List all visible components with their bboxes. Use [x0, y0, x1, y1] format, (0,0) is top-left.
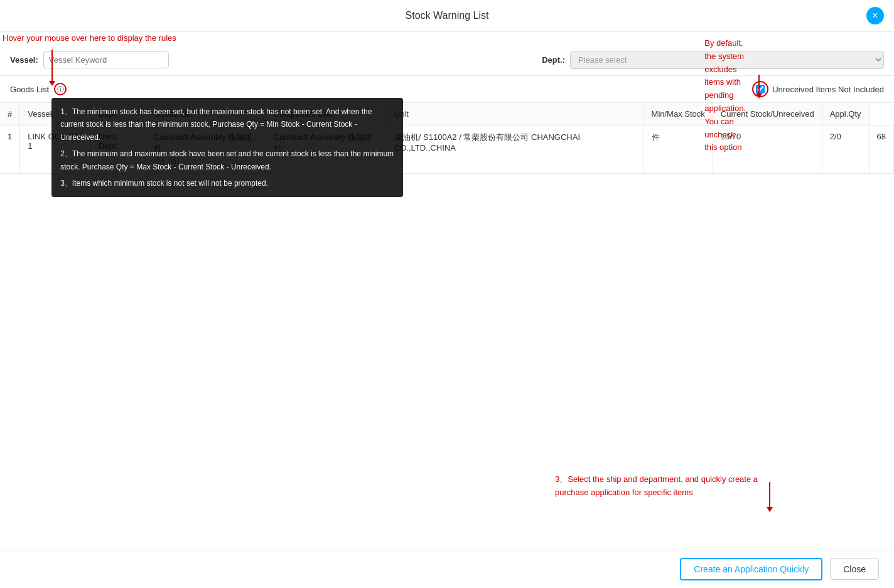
info-icon[interactable]: ⓘ [54, 83, 67, 95]
col-appl-qty: Appl.Qty [822, 103, 869, 126]
create-application-button[interactable]: Create an Application Quickly [680, 558, 822, 580]
vessel-filter-group: Vessel: [10, 51, 169, 68]
vessel-label: Vessel: [10, 55, 38, 65]
cell-unit: 件 [644, 126, 713, 174]
modal-container: Stock Warning List × Hover your mouse ov… [0, 0, 894, 588]
info-tooltip-container[interactable]: ⓘ 1、The minimum stock has been set, but … [51, 83, 67, 95]
cell-supplier: 柴油机/ S1100A2 / 常柴股份有限公司 CHANGCHAI CO.,LT… [386, 126, 644, 174]
tooltip-line-1: 1、The minimum stock has been set, but th… [60, 105, 394, 144]
cell-current-unreceived: 2/0 [822, 126, 869, 174]
filter-row: Hover your mouse over here to display th… [0, 32, 894, 76]
create-arrow [767, 482, 773, 512]
vessel-input[interactable] [43, 51, 169, 68]
goods-list-row: Goods List ⓘ 1、The minimum stock has bee… [0, 76, 894, 103]
checkbox-arrow [756, 75, 762, 99]
cell-appl-qty: 68 [869, 126, 894, 174]
modal-close-button[interactable]: × [866, 7, 884, 24]
cell-num: 1 [0, 126, 20, 174]
modal-title: Stock Warning List [406, 10, 489, 21]
hover-annotation: Hover your mouse over here to display th… [3, 33, 176, 43]
goods-list-label: Goods List [10, 85, 49, 94]
create-annotation: 3、Select the ship and department, and qu… [555, 473, 768, 500]
tooltip-line-2: 2、The minimum and maximum stock have bee… [60, 147, 394, 173]
col-min-max: Min/Max Stock [644, 103, 713, 126]
unreceived-label: Unreceived Items Not Included [772, 85, 884, 94]
checkbox-annotation: By default, the system excludes items wi… [704, 37, 746, 154]
tooltip-box: 1、The minimum stock has been set, but th… [51, 98, 403, 197]
modal-header: Stock Warning List × [0, 0, 894, 32]
unreceived-checkbox-group: By default, the system excludes items wi… [752, 81, 884, 97]
tooltip-line-3: 3、Items which minimum stock is not set w… [60, 177, 394, 190]
close-button[interactable]: Close [830, 559, 879, 580]
col-unit: Unit [386, 103, 644, 126]
create-annotation-area: 3、Select the ship and department, and qu… [0, 437, 894, 550]
dept-label: Dept.: [542, 55, 565, 65]
col-num: # [0, 103, 20, 126]
footer-area: Create an Application Quickly Close [0, 550, 894, 588]
